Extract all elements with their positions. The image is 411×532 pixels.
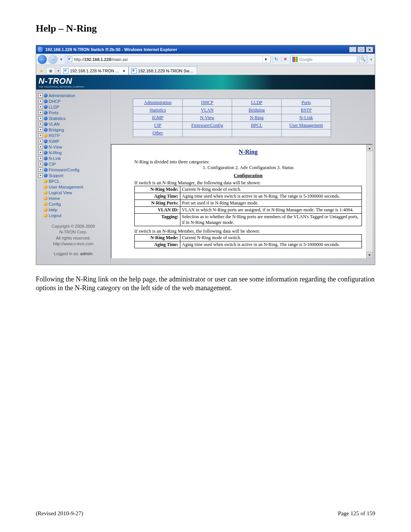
expand-icon[interactable]: + <box>38 139 43 143</box>
expand-icon[interactable]: + <box>38 93 43 97</box>
nav-back-button[interactable]: ← <box>38 55 47 64</box>
help-topic-link[interactable]: IGMP <box>152 115 163 120</box>
tree-link[interactable]: N-View <box>49 145 62 149</box>
help-topic-link[interactable]: Firmware/Config <box>191 123 223 128</box>
expand-icon[interactable]: + <box>38 99 43 103</box>
tree-link[interactable]: N-Ring <box>49 150 62 155</box>
expand-icon[interactable]: + <box>38 145 43 149</box>
expand-icon[interactable]: + <box>38 133 43 137</box>
window-minimize-button[interactable]: _ <box>349 46 357 53</box>
expand-icon[interactable]: + <box>38 162 43 166</box>
expand-icon[interactable]: + <box>38 116 43 120</box>
tree-link[interactable]: Config <box>49 202 61 206</box>
tree-item: +Statistics <box>38 115 108 121</box>
quick-tabs-button[interactable]: ▦ <box>46 67 55 75</box>
browser-tab[interactable]: 192.168.1.229 N-TRON Swit... <box>129 66 197 75</box>
tree-link[interactable]: Support <box>49 173 64 178</box>
search-box[interactable]: Google <box>290 56 357 63</box>
refresh-button[interactable]: ↻ <box>272 56 280 63</box>
expand-icon[interactable]: + <box>38 150 43 155</box>
frame-scrollbar[interactable]: ▲ ▼ <box>366 145 373 258</box>
tree-link[interactable]: Ports <box>49 110 59 115</box>
help-topic-link[interactable]: Bridging <box>249 107 265 113</box>
tree-link[interactable]: User Management <box>49 185 83 189</box>
search-go-button[interactable]: 🔍 <box>359 56 367 63</box>
expand-spacer <box>38 213 43 217</box>
expand-icon[interactable]: + <box>38 156 43 160</box>
expand-icon[interactable]: + <box>38 110 43 115</box>
expand-icon[interactable]: + <box>38 173 43 177</box>
help-topic-link[interactable]: User Management <box>289 123 323 128</box>
window-maximize-button[interactable]: □ <box>357 46 365 53</box>
def-value: Selection as to whether the N-Ring ports… <box>180 214 362 226</box>
tree-link[interactable]: Logical View <box>49 190 72 195</box>
recent-pages-dropdown[interactable]: ▼ <box>59 55 64 64</box>
tree-link[interactable]: Home <box>49 196 60 201</box>
tree-link[interactable]: Help <box>49 208 57 212</box>
help-frame: ▲ ▼ N-Ring N-Ring is divided into three … <box>111 144 373 258</box>
tree-link[interactable]: VLAN <box>49 122 60 126</box>
tree-item: +LLDP <box>38 104 108 110</box>
bullet-icon <box>44 208 48 212</box>
def-key: N-Ring Mode: <box>135 235 180 241</box>
browser-tab[interactable]: 192.168.1.228 N-TRON ...× <box>61 66 129 75</box>
window-close-button[interactable]: × <box>366 46 373 53</box>
tree-link[interactable]: BPCL <box>49 179 60 184</box>
help-topic-cell <box>183 129 232 137</box>
help-topic-cell: RSTP <box>282 107 331 114</box>
tree-link[interactable]: IGMP <box>49 139 59 144</box>
help-topic-link[interactable]: BPCL <box>251 123 262 128</box>
bullet-icon <box>44 197 48 200</box>
tree-item: Logical View <box>38 190 108 195</box>
tree-link[interactable]: Logout <box>49 213 62 218</box>
bullet-icon <box>44 214 48 217</box>
search-dropdown[interactable]: ▾ <box>369 55 373 64</box>
help-topic-link[interactable]: Other <box>153 130 163 136</box>
nav-forward-button[interactable]: → <box>48 55 57 64</box>
tree-link[interactable]: Firmware/Config <box>49 168 80 172</box>
expand-icon[interactable]: + <box>38 122 43 126</box>
tree-link[interactable]: CIP <box>49 162 56 166</box>
expand-icon[interactable]: + <box>38 105 43 109</box>
def-value: Current N-Ring mode of switch. <box>180 186 362 193</box>
help-topic-link[interactable]: Ports <box>301 100 311 105</box>
bullet-icon <box>44 122 48 126</box>
tree-item: +N-View <box>38 144 108 150</box>
bullet-icon <box>44 128 48 132</box>
expand-icon[interactable]: + <box>38 168 43 172</box>
help-topic-link[interactable]: Statistics <box>150 107 166 113</box>
favorites-button[interactable]: ★ <box>38 67 45 75</box>
help-topic-link[interactable]: RSTP <box>301 107 312 113</box>
frame-title: N-Ring <box>134 149 362 155</box>
help-topic-link[interactable]: N-View <box>200 115 215 120</box>
expand-icon[interactable]: + <box>38 128 43 132</box>
tree-link[interactable]: RSTP <box>49 133 60 138</box>
window-title-bar: 192.168.1.228 N-TRON Switch ff:2b:00 - W… <box>36 45 375 54</box>
help-topic-link[interactable]: N-Ring <box>250 115 264 120</box>
help-topic-link[interactable]: N-Link <box>299 115 313 120</box>
tree-link[interactable]: LLDP <box>49 105 59 109</box>
help-topic-link[interactable]: Administration <box>144 100 172 105</box>
tree-link[interactable]: Administration <box>49 93 75 98</box>
help-topic-link[interactable]: VLAN <box>201 107 213 113</box>
address-dropdown[interactable]: ▼ <box>263 56 269 63</box>
help-topic-link[interactable]: DHCP <box>201 100 213 105</box>
stop-button[interactable]: ✕ <box>281 56 289 63</box>
help-topic-link[interactable]: CIP <box>154 123 161 128</box>
doc-body-text: Following the N-Ring link on the help pa… <box>36 275 375 293</box>
help-topic-cell: Statistics <box>133 107 183 114</box>
help-topic-link[interactable]: LLDP <box>251 100 263 105</box>
quick-tabs-dropdown[interactable]: ▾ <box>56 67 61 75</box>
bullet-icon <box>44 202 48 206</box>
tree-link[interactable]: Statistics <box>49 116 65 121</box>
tab-close-icon[interactable]: × <box>123 69 125 73</box>
ntron-link[interactable]: http://www.n-tron.com <box>53 241 93 246</box>
tree-link[interactable]: Bridging <box>49 128 64 132</box>
page-footer: (Revised 2010-9-27) Page 125 of 159 <box>36 510 375 517</box>
scroll-up-button[interactable]: ▲ <box>366 145 373 151</box>
tree-link[interactable]: N-Link <box>49 156 61 161</box>
address-bar[interactable]: http://192.168.1.228/main.ssi ▼ <box>65 56 271 63</box>
tree-link[interactable]: DHCP <box>49 99 61 104</box>
scroll-down-button[interactable]: ▼ <box>366 252 373 258</box>
def-row: Tagging:Selection as to whether the N-Ri… <box>135 214 362 226</box>
